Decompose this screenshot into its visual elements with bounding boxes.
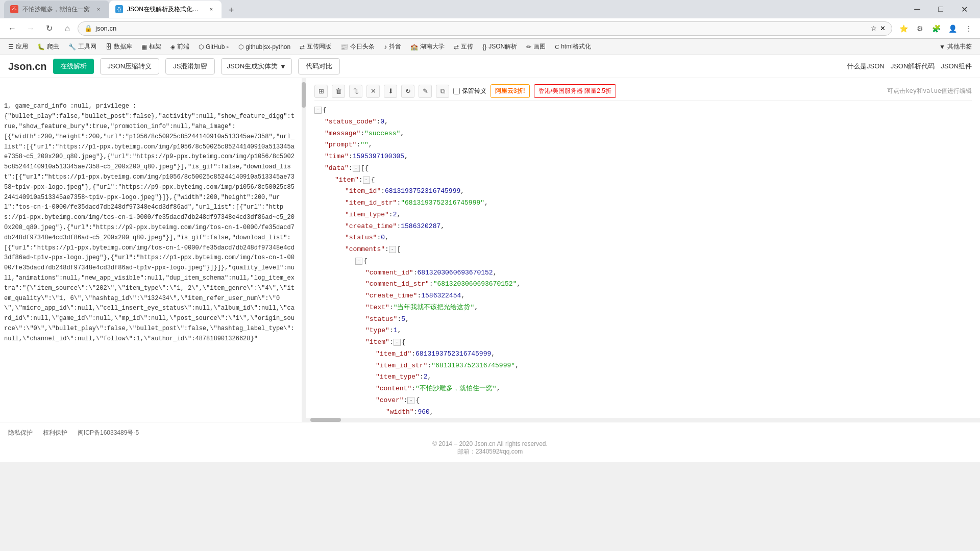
bookmark-db[interactable]: 🗄 数据库: [102, 41, 136, 53]
json-parse-code-link[interactable]: JSON解析代码: [891, 62, 935, 71]
bookmark-crawler[interactable]: 🐛 爬虫: [33, 41, 63, 53]
extensions-button[interactable]: 🧩: [929, 21, 943, 36]
val-nested-item-type[interactable]: 2: [424, 371, 428, 383]
key-item-type[interactable]: "item_type": [345, 209, 389, 221]
nav-generate[interactable]: JSON生成实体类 ▼: [221, 58, 292, 74]
bookmark-toutiao[interactable]: 📰 今日头条: [336, 41, 379, 53]
keep-escape-checkbox[interactable]: 保留转义: [453, 86, 486, 97]
rights-link[interactable]: 权利保护: [43, 429, 67, 437]
val-text[interactable]: "当年我就不该把光给这货": [394, 302, 475, 314]
val-create-time[interactable]: 1586320287: [401, 221, 440, 233]
profile-button[interactable]: 👤: [945, 21, 960, 36]
download-button[interactable]: ⬇: [384, 85, 397, 98]
key-item-id[interactable]: "item_id": [345, 186, 381, 197]
collapse-root[interactable]: -: [314, 107, 322, 114]
left-scrollbar[interactable]: [302, 78, 306, 422]
right-scrollbar-h-thumb[interactable]: [310, 418, 341, 422]
nav-compress[interactable]: JSON压缩转义: [100, 58, 160, 74]
menu-button[interactable]: ⋮: [962, 21, 976, 36]
collapse-data[interactable]: -: [353, 165, 360, 172]
json-component-link[interactable]: JSON组件: [941, 62, 972, 71]
address-close-icon[interactable]: ✕: [880, 24, 886, 32]
val-comment-id[interactable]: 6813203060693670152: [417, 267, 493, 279]
val-message[interactable]: "success": [364, 128, 400, 140]
bookmark-json[interactable]: {} JSON解析: [478, 41, 521, 53]
nav-online-parse[interactable]: 在线解析: [53, 59, 94, 74]
val-item-id[interactable]: 6813193752316745999: [385, 186, 460, 197]
key-item-id-str[interactable]: "item_id_str": [345, 197, 397, 209]
grid-button[interactable]: ⊞: [314, 85, 328, 98]
minimize-button[interactable]: ─: [905, 0, 929, 18]
key-content[interactable]: "content": [376, 383, 411, 395]
maximize-button[interactable]: □: [929, 0, 952, 18]
home-button[interactable]: ⌂: [59, 20, 76, 37]
val-item-type[interactable]: 2: [393, 209, 397, 221]
delete-button[interactable]: 🗑: [332, 85, 345, 98]
nav-obfuscate[interactable]: JS混淆加密: [165, 58, 215, 74]
key-comment-create-time[interactable]: "create_time": [365, 290, 417, 302]
key-comment-status[interactable]: "status": [365, 314, 397, 325]
new-tab-button[interactable]: +: [224, 3, 239, 18]
val-content[interactable]: "不怕沙雕多，就怕住一窝": [415, 383, 497, 395]
tab-close-2[interactable]: ×: [207, 5, 215, 14]
edit-button[interactable]: ✎: [419, 85, 432, 98]
tab-close-1[interactable]: ×: [94, 5, 103, 14]
key-time[interactable]: "time": [325, 151, 349, 163]
key-comment-id[interactable]: "comment_id": [365, 267, 413, 279]
settings-button[interactable]: ⚙: [913, 21, 927, 36]
key-data[interactable]: "data": [325, 163, 349, 174]
key-nested-item-id[interactable]: "item_id": [376, 348, 411, 360]
tab-active-2[interactable]: {} JSON在线解析及格式化验证 - ×: [109, 1, 222, 18]
close-button[interactable]: ✕: [952, 0, 976, 18]
key-nested-item-type[interactable]: "item_type": [376, 371, 420, 383]
bookmark-tools[interactable]: 🔧 工具网: [64, 41, 101, 53]
collapse-cover[interactable]: -: [407, 397, 414, 404]
what-is-json-link[interactable]: 什么是JSON: [847, 62, 885, 71]
icp-link[interactable]: 闽ICP备16033489号-5: [78, 429, 139, 437]
escape-checkbox-input[interactable]: [453, 88, 460, 94]
key-prompt[interactable]: "prompt": [325, 139, 356, 151]
val-time[interactable]: 1595397100305: [353, 151, 404, 163]
bookmark-github-sx[interactable]: ⬡ github|sx-python: [234, 41, 295, 53]
bookmark-framework[interactable]: ▦ 框架: [137, 41, 165, 53]
reload-button[interactable]: ↻: [41, 20, 57, 37]
copy-button[interactable]: ⧉: [436, 85, 449, 98]
collapse-comments[interactable]: -: [389, 246, 396, 253]
hk-server-ad-button[interactable]: 香港/美国服务器 限量2.5折: [534, 84, 616, 98]
tab-inactive-1[interactable]: 不 不怕沙雕多，就怕住一窝 ×: [4, 1, 109, 18]
val-prompt[interactable]: "": [360, 139, 369, 151]
key-comment-id-str[interactable]: "comment_id_str": [365, 279, 429, 290]
bookmark-hutrans2[interactable]: ⇄ 互传: [450, 41, 477, 53]
left-scrollbar-thumb[interactable]: [302, 82, 306, 108]
collapse-nested-item[interactable]: -: [394, 339, 401, 346]
bookmark-github[interactable]: ⬡ GitHub ▸: [194, 41, 233, 53]
bookmark-star-icon[interactable]: ☆: [871, 24, 877, 32]
nav-compare[interactable]: 代码对比: [298, 58, 340, 74]
val-comment-status[interactable]: 5: [401, 314, 405, 325]
val-item-id-str[interactable]: "6813193752316745999": [401, 197, 484, 209]
collapse-item[interactable]: -: [363, 177, 370, 184]
address-bar[interactable]: 🔒 json.cn ☆ ✕: [78, 21, 892, 36]
sort-button[interactable]: ⇅: [349, 85, 362, 98]
bookmark-hutrans[interactable]: ⇄ 互传网版: [296, 41, 335, 53]
key-message[interactable]: "message": [325, 128, 360, 140]
key-cover[interactable]: "cover": [376, 395, 404, 407]
key-status[interactable]: "status": [345, 232, 377, 244]
key-nested-item[interactable]: "item": [365, 337, 389, 348]
val-nested-item-id[interactable]: 6813193752316745999: [415, 348, 491, 360]
key-status-code[interactable]: "status_code": [325, 116, 376, 128]
aliyun-ad-button[interactable]: 阿里云3折!: [491, 84, 530, 98]
clear-button[interactable]: ✕: [366, 85, 380, 98]
bookmark-draw[interactable]: ✏ 画图: [522, 41, 550, 53]
refresh-button[interactable]: ↻: [401, 85, 414, 98]
privacy-link[interactable]: 隐私保护: [8, 429, 33, 437]
bookmark-button[interactable]: ⭐: [896, 21, 911, 36]
val-status[interactable]: 0: [381, 232, 385, 244]
back-button[interactable]: ←: [4, 20, 20, 37]
val-type[interactable]: 1: [394, 325, 398, 337]
bookmark-douyin[interactable]: ♪ 抖音: [380, 41, 405, 53]
val-status-code[interactable]: 0: [380, 116, 384, 128]
key-comments[interactable]: "comments": [345, 244, 385, 256]
forward-button[interactable]: →: [22, 20, 39, 37]
val-comment-create-time[interactable]: 1586322454: [421, 290, 461, 302]
